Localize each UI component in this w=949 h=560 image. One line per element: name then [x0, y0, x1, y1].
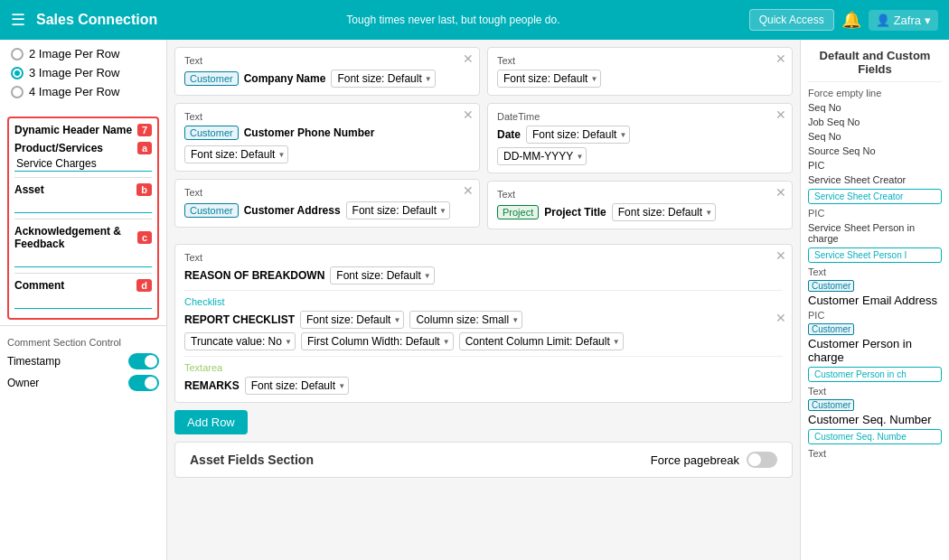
datetime-card: ✕ DateTime Date Font size: Default DD-MM…: [487, 103, 793, 173]
dynamic-header-label: Dynamic Header Name: [14, 124, 132, 136]
force-pagebreak-label: Force pagebreak: [651, 453, 739, 467]
remarks-label: REMARKS: [184, 379, 240, 392]
reason-font-select[interactable]: Font size: Default: [330, 266, 434, 285]
rs-service-sheet-creator-btn[interactable]: Service Sheet Creator: [808, 189, 942, 204]
rs-pic-2-label: PIC: [801, 206, 949, 220]
section-a-badge: a: [137, 142, 152, 154]
project-title-row: Project Project Title Font size: Default: [497, 203, 783, 221]
text-right-font-select[interactable]: Font size: Default: [497, 70, 601, 88]
timestamp-toggle[interactable]: [128, 353, 159, 369]
menu-icon[interactable]: ☰: [11, 10, 25, 30]
section-a-input[interactable]: [14, 156, 152, 172]
section-asset: Asset b: [14, 183, 152, 213]
text-card-right-close[interactable]: ✕: [775, 51, 786, 66]
checklist-first-col-select[interactable]: First Column Width: Default: [301, 332, 454, 350]
project-title-card: ✕ Text Project Project Title Font size: …: [487, 181, 793, 229]
project-title-field: Project Title: [544, 206, 606, 219]
company-name-card: ✕ Text Customer Company Name Font size: …: [174, 47, 480, 96]
checklist-column-select[interactable]: Column size: Small: [409, 311, 522, 329]
section-product-services: Product/Services a: [14, 142, 152, 172]
company-name-row: Customer Company Name Font size: Default: [184, 70, 470, 88]
rs-customer-seq-row: Customer Customer Seq. Number: [801, 398, 949, 427]
company-name-font-select[interactable]: Font size: Default: [331, 70, 435, 88]
right-sidebar: Default and Custom Fields Force empty li…: [800, 40, 949, 560]
phone-number-card: ✕ Text Customer Customer Phone Number Fo…: [174, 103, 480, 172]
checklist-truncate-select[interactable]: Truncate value: No: [184, 332, 296, 350]
section-d-input[interactable]: [14, 294, 152, 309]
text-card-right: ✕ Text Font size: Default: [487, 47, 793, 96]
rs-pic-1: PIC: [801, 158, 949, 173]
main-layout: 2 Image Per Row 3 Image Per Row 4 Image …: [0, 40, 949, 560]
section-b-input[interactable]: [14, 198, 152, 213]
chevron-down-icon: ▾: [925, 14, 931, 27]
force-pagebreak-toggle[interactable]: [747, 452, 777, 468]
section-b-label: Asset: [14, 183, 44, 196]
textarea-font-select[interactable]: Font size: Default: [245, 377, 349, 395]
checklist-font-select[interactable]: Font size: Default: [300, 311, 404, 329]
rs-customer-seq-field: Customer Seq. Number: [808, 413, 932, 426]
right-fields-col: ✕ Text Font size: Default ✕ DateTime Dat…: [487, 47, 793, 237]
checklist-options-row: Truncate value: No First Column Width: D…: [184, 332, 783, 350]
header-tagline: Tough times never last, but tough people…: [168, 14, 738, 26]
rs-text-3-label: Text: [801, 446, 949, 461]
reason-close[interactable]: ✕: [775, 248, 786, 263]
app-header: ☰ Sales Connection Tough times never las…: [0, 0, 949, 40]
force-pagebreak-row: Force pagebreak: [651, 452, 777, 468]
date-format-select[interactable]: DD-MM-YYYY: [497, 147, 587, 165]
datetime-font-select[interactable]: Font size: Default: [526, 126, 630, 144]
datetime-format-row: DD-MM-YYYY: [497, 147, 783, 165]
phone-number-field: Customer Phone Number: [244, 126, 375, 139]
text-right-type: Text: [497, 55, 783, 66]
datetime-type: DateTime: [497, 111, 783, 122]
company-name-field: Company Name: [244, 72, 326, 85]
quick-access-button[interactable]: Quick Access: [749, 9, 834, 31]
checklist-label: Checklist: [184, 296, 783, 307]
rs-text-1-label: Text: [801, 265, 949, 279]
phone-number-font-select[interactable]: Font size: Default: [184, 145, 288, 163]
rs-customer-pic-row: Customer Customer Person in charge: [801, 322, 949, 365]
reason-row: REASON OF BREAKDOWN Font size: Default: [184, 266, 783, 285]
user-menu[interactable]: 👤 Zafra ▾: [869, 10, 938, 31]
bell-icon[interactable]: 🔔: [841, 10, 861, 30]
checklist-close[interactable]: ✕: [775, 311, 786, 325]
rs-customer-seq-btn[interactable]: Customer Seq. Numbe: [808, 429, 942, 444]
sections-badge: 7: [137, 124, 152, 136]
address-close[interactable]: ✕: [463, 183, 474, 198]
section-c-input[interactable]: [14, 252, 152, 267]
rs-seq-no-2: Seq No: [801, 129, 949, 144]
date-label: Date: [497, 128, 521, 141]
rs-service-sheet-creator-label: Service Sheet Creator: [801, 173, 949, 187]
phone-number-close[interactable]: ✕: [463, 107, 474, 122]
rs-source-seq-no: Source Seq No: [801, 144, 949, 158]
center-content: ✕ Text Customer Company Name Font size: …: [167, 40, 800, 560]
right-sidebar-title: Default and Custom Fields: [801, 40, 949, 81]
owner-toggle[interactable]: [128, 375, 159, 391]
reason-label: REASON OF BREAKDOWN: [184, 269, 324, 282]
rs-customer-person-btn[interactable]: Customer Person in ch: [808, 367, 942, 382]
rs-seq-no: Seq No: [801, 100, 949, 115]
project-tag: Project: [497, 205, 539, 219]
company-name-close[interactable]: ✕: [463, 51, 474, 66]
checklist-font-row: REPORT CHECKLIST Font size: Default Colu…: [184, 311, 783, 329]
datetime-close[interactable]: ✕: [775, 107, 786, 122]
radio-label-3: 3 Image Per Row: [29, 66, 119, 79]
rs-pic-3-label: PIC: [801, 308, 949, 322]
radio-3-image[interactable]: 3 Image Per Row: [11, 66, 155, 79]
user-avatar-icon: 👤: [876, 14, 890, 27]
checklist-section: Checklist ✕ REPORT CHECKLIST Font size: …: [184, 290, 783, 350]
project-title-font-select[interactable]: Font size: Default: [612, 203, 716, 221]
project-title-close[interactable]: ✕: [775, 185, 786, 200]
rs-customer-email-row: Customer Customer Email Address: [801, 279, 949, 308]
rs-customer-email-field: Customer Email Address: [808, 294, 937, 307]
rs-service-sheet-person-btn[interactable]: Service Sheet Person I: [808, 247, 942, 263]
radio-4-image[interactable]: 4 Image Per Row: [11, 85, 155, 98]
section-c-badge: c: [137, 231, 152, 244]
checklist-content-col-select[interactable]: Content Column Limit: Default: [459, 332, 624, 350]
radio-label-4: 4 Image Per Row: [29, 85, 119, 98]
reason-card: ✕ Text REASON OF BREAKDOWN Font size: De…: [174, 244, 793, 403]
asset-section-title: Asset Fields Section: [190, 453, 314, 467]
datetime-row: Date Font size: Default: [497, 126, 783, 144]
radio-2-image[interactable]: 2 Image Per Row: [11, 47, 155, 61]
address-font-select[interactable]: Font size: Default: [346, 201, 450, 219]
add-row-button[interactable]: Add Row: [174, 410, 248, 434]
